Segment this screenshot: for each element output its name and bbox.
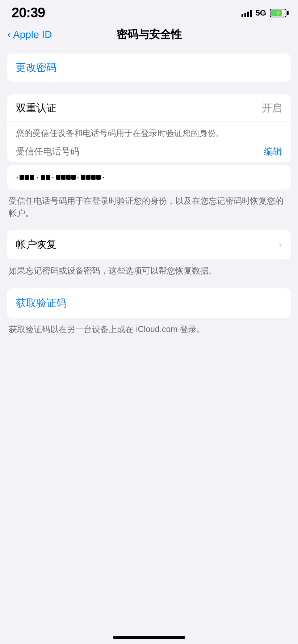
get-verification-code-card: 获取验证码 [7, 288, 291, 318]
trusted-phone-label: 受信任电话号码 [16, 145, 79, 157]
battery-icon: ⚡ [270, 9, 286, 17]
network-label: 5G [256, 8, 266, 18]
get-verification-code-row[interactable]: 获取验证码 [7, 288, 291, 318]
get-verification-code-label: 获取验证码 [16, 297, 67, 309]
status-bar: 20:39 5G ⚡ [0, 0, 298, 24]
account-recovery-label: 帐户恢复 [16, 238, 56, 251]
phone-number-display: · · · · · [16, 172, 282, 183]
status-icons: 5G ⚡ [242, 8, 286, 18]
get-verification-code-description: 获取验证码以在另一台设备上或在 iCloud.com 登录。 [7, 322, 291, 342]
signal-icon [242, 9, 252, 17]
back-label: Apple ID [13, 29, 52, 41]
status-time: 20:39 [12, 5, 45, 21]
content: 更改密码 双重认证 开启 您的受信任设备和电话号码用于在登录时验证您的身份。 受… [0, 48, 298, 347]
edit-button[interactable]: 编辑 [264, 145, 282, 157]
phone-description: 受信任电话号码用于在登录时验证您的身份，以及在您忘记密码时恢复您的帐户。 [7, 190, 291, 221]
account-recovery-row[interactable]: 帐户恢复 › [7, 230, 291, 259]
two-factor-description: 您的受信任设备和电话号码用于在登录时验证您的身份。 [7, 122, 291, 142]
two-factor-header: 双重认证 开启 [7, 94, 291, 122]
change-password-row[interactable]: 更改密码 [7, 54, 291, 82]
home-indicator [113, 636, 185, 639]
two-factor-title: 双重认证 [16, 101, 56, 115]
trusted-phone-row: 受信任电话号码 编辑 [7, 142, 291, 162]
phone-number-card: · · · · · [7, 165, 291, 190]
chevron-right-icon: › [279, 239, 282, 250]
page-title: 密码与安全性 [117, 27, 182, 42]
two-factor-card: 双重认证 开启 您的受信任设备和电话号码用于在登录时验证您的身份。 受信任电话号… [7, 94, 291, 162]
nav-header: ‹ Apple ID 密码与安全性 [0, 24, 298, 48]
account-recovery-description: 如果忘记密码或设备密码，这些选项可以帮您恢复数据。 [7, 263, 291, 283]
change-password-card: 更改密码 [7, 54, 291, 82]
back-button[interactable]: ‹ Apple ID [7, 29, 52, 41]
two-factor-value: 开启 [262, 101, 282, 115]
back-chevron-icon: ‹ [7, 28, 11, 41]
change-password-label: 更改密码 [16, 61, 56, 75]
account-recovery-card: 帐户恢复 › [7, 230, 291, 259]
